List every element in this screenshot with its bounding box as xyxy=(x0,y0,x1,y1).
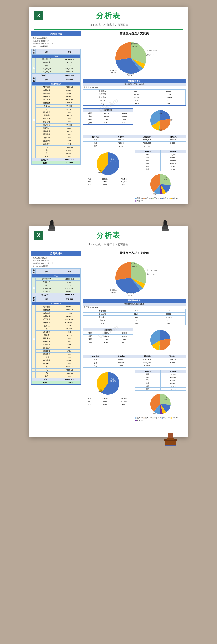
exp-item-17: 交通费 xyxy=(36,136,58,139)
fc-row-3: 其它 ¥560 ¥12,733 xyxy=(83,145,186,148)
header-area: X 分析表 xyxy=(29,7,188,23)
meta-maker-2: 制作人: office模板设计 xyxy=(33,265,80,267)
fc-col-1: 食材类别 xyxy=(83,135,109,138)
binder-clip-left xyxy=(48,220,56,234)
salary-pct-3: 1.0% xyxy=(97,118,115,121)
exp-val-21: ¥2,050.0 xyxy=(58,149,81,152)
income-val-3: ¥1.0 xyxy=(58,64,81,67)
exp-item-3: 食杂物管 xyxy=(36,92,58,95)
meta-info: 店名: office模板设计 报表月份: 2020年8月 制作日期: 2020年… xyxy=(32,36,81,49)
exp-item-18: 办公费用 xyxy=(36,139,58,142)
exp-cat-3 xyxy=(32,152,36,155)
svg-text:食材成本: 食材成本 xyxy=(131,262,138,265)
exp-item-16: 通讯费用 xyxy=(36,133,58,136)
exp-val-10: ¥30.0 xyxy=(58,114,81,117)
salary-section: 薪资类别 楼面 63.3% 35000 厨房 xyxy=(83,108,186,133)
aux-total: 总开支: ¥246,474.1 xyxy=(83,86,185,90)
exp-val-19: ¥0.0 xyxy=(58,142,81,146)
aux-title-2: 辅助图表数据 xyxy=(83,299,185,302)
exp-val-2: ¥8,000.0 xyxy=(58,89,81,92)
monthly-table-section: 月利润报表 店名: office模板设计 报表月份: 2020年8月 制作日期:… xyxy=(31,32,81,165)
svg-text:29.7%: 29.7% xyxy=(111,292,116,294)
aux-cell-val-5: 5037 xyxy=(152,102,185,106)
exp-col-amount: 开支金额 xyxy=(58,77,81,82)
exp-val-8: ¥120.0 xyxy=(58,108,81,111)
income-val-4: ¥15,000.0 xyxy=(58,67,81,70)
salary-row-4: 加班 8.9% 4920 xyxy=(83,121,133,124)
exp-item-13: 固定租金 xyxy=(36,124,58,127)
svg-text:干粮: 干粮 xyxy=(164,397,167,398)
svg-text:干粮: 干粮 xyxy=(164,177,167,179)
aux-table-1: 餐厅租金 29.7% 73300 员工工资 22.4% 55307 食材成本 xyxy=(83,90,185,106)
exp-val-6: ¥106,509.1 xyxy=(58,102,81,104)
exp-val-17: ¥9.0 xyxy=(58,136,81,139)
exp-item-9: 清洁费用 xyxy=(36,111,58,114)
svg-text:餐厅租金: 餐厅租金 xyxy=(110,289,117,291)
income-subtotal-val: ¥440,046.0 xyxy=(58,74,81,77)
fc-row-2: 水吧 ¥10,106 ¥118,252 8.55% xyxy=(83,142,186,145)
salary-row-1: 楼面 63.3% 35000 xyxy=(83,112,133,115)
col-category: 类项 xyxy=(32,49,36,55)
salary-pie-chart: 楼面 厨房 加班 xyxy=(148,108,173,133)
pie-label-food: 食材成本 xyxy=(131,43,138,45)
exp-item-14: 固定税扣 xyxy=(36,127,58,130)
main-pie-container: 食材成本 43.2% 水电气 2.3% 其它 2.0% 餐厅租金 29.7% 员… xyxy=(83,38,186,76)
aux-cell-pct-4: 2.3% xyxy=(122,99,152,102)
main-title-2: 分析表 xyxy=(96,230,121,240)
aux-cell-label-3: 食材成本 xyxy=(83,96,122,99)
aux-cell-label-2: 员工工资 xyxy=(83,93,122,96)
meta-month: 报表月份: 2020年8月 xyxy=(33,40,80,42)
dept-pie-chart: 厨房 90.51% 水吧 9.49% xyxy=(95,150,122,177)
svg-text:加班: 加班 xyxy=(159,129,162,131)
exp-val-14: ¥30.0 xyxy=(58,127,81,130)
main-pie-title: 营业费用占总开支比例 xyxy=(83,32,186,36)
table-title-bar: 月利润报表 xyxy=(32,32,81,36)
svg-text:22.4%: 22.4% xyxy=(128,295,134,296)
svg-text:内肉: 内肉 xyxy=(153,413,156,414)
svg-text:43.2%: 43.2% xyxy=(132,46,137,48)
aux-cell-val-1: 73300 xyxy=(152,90,185,93)
salary-section-2: 薪资类别 楼面63.3%35000 厨房63.3%35000 兼职1.0%540… xyxy=(83,328,186,352)
aux-total-2: 总开支: ¥246,474.1 xyxy=(83,306,185,309)
monthly-table-section-2: 月利润报表 店名: office模板设计 报表月份: 2020年8月 制作日期:… xyxy=(31,251,81,384)
exp-col-category: 类项 xyxy=(32,77,36,82)
salary-label-4: 加班 xyxy=(83,121,97,124)
salary-slice-1 xyxy=(160,110,170,120)
aux-cell-pct-5: 2.0% xyxy=(122,102,152,106)
expense-subtotal-label: 支出小计 xyxy=(32,158,58,162)
exp-item-23: 其它 xyxy=(36,155,58,158)
svg-text:楼面: 楼面 xyxy=(159,113,162,115)
aux-title: 辅助图表数据 xyxy=(83,79,185,83)
salary-row-3: 兼职 1.0% 540 xyxy=(83,118,133,121)
svg-text:员工工资: 员工工资 xyxy=(127,292,134,294)
svg-text:22.4%: 22.4% xyxy=(128,75,134,76)
meta-date-2: 制作日期: 2020年8月11日 xyxy=(33,262,80,265)
salary-panel: 薪资类别 楼面 63.3% 35000 厨房 xyxy=(83,108,133,125)
pie-label-wages: 员工工资 xyxy=(127,73,134,75)
expense-section-header: 营业费用支出 xyxy=(32,82,81,86)
exp-val-15: ¥40.0 xyxy=(58,130,81,133)
main-pie-title-2: 营业费用占总开支比例 xyxy=(83,251,186,255)
profit-label: 利润 xyxy=(32,162,58,164)
food-cost-section: 食材类别 食材成本 厨门宿舍 百分占比 厨房 ¥96,401 ¥185,312 xyxy=(83,135,186,148)
aux-panel-2: 辅助图表数据 营业费用占总开支比例表 总开支: ¥246,474.1 餐厅租金2… xyxy=(83,298,186,326)
exp-val-13: ¥100.0 xyxy=(58,124,81,127)
exp-val-4: ¥4,500.0 xyxy=(58,95,81,98)
exp-val-20: ¥1,131.0 xyxy=(58,146,81,149)
aux-cell-val-2: 55307 xyxy=(152,93,185,96)
subtitle: Excel格式丨A4打印丨内容可修改 xyxy=(34,23,183,30)
aux-row-3: 食材成本 43.2% 106509 xyxy=(83,96,185,99)
income-item-1: 营业额收入 xyxy=(36,58,58,61)
salary-val-2: 35000 xyxy=(115,115,133,118)
svg-text:水电气 2.3%: 水电气 2.3% xyxy=(147,270,157,272)
svg-text:厨房: 厨房 xyxy=(169,119,173,120)
salary-subtitle: 薪资类别 xyxy=(83,108,133,112)
subtitle-2: Excel格式丨A4打印丨内容可修改 xyxy=(34,243,183,249)
food-cost-table: 食材类别 食材成本 厨门宿舍 百分占比 厨房 ¥96,401 ¥185,312 xyxy=(83,135,186,148)
food-pie-section: 厨房 90.51% 水吧 9.49% 厨房90.51%¥96,403 水吧9.4… xyxy=(83,150,186,202)
salary-label-3: 兼职 xyxy=(83,118,97,121)
sheet-card-1: WA Am X 分析表 Excel格式丨A4打印丨内容可修改 月利润报表 店名:… xyxy=(29,7,188,204)
income-table: 类项 项目 金额 收入 收入 营业额收入 xyxy=(32,49,81,164)
svg-rect-24 xyxy=(167,438,174,440)
pie-slice-wages xyxy=(115,42,131,60)
